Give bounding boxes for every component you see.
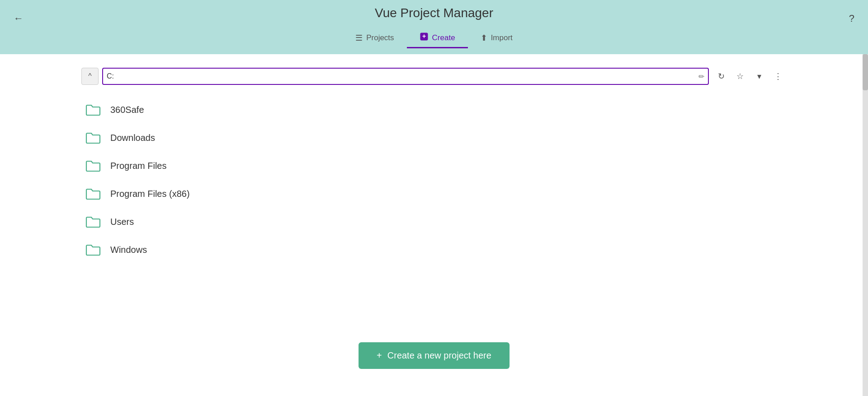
- folder-name: Downloads: [110, 133, 155, 143]
- back-button[interactable]: ←: [14, 13, 24, 24]
- create-button-label: Create a new project here: [387, 350, 491, 361]
- list-item[interactable]: 360Safe: [81, 96, 787, 124]
- path-actions: ↻ ☆ ▾ ⋮: [712, 68, 787, 85]
- folder-icon: [85, 103, 101, 116]
- folder-icon: [85, 131, 101, 144]
- folder-icon: [85, 243, 101, 256]
- tab-import[interactable]: ⬆ Import: [468, 28, 525, 48]
- tab-bar: ☰ Projects + Create ⬆ Import: [343, 28, 525, 48]
- folder-list: 360Safe Downloads Program Files: [81, 96, 787, 264]
- path-input-wrapper: ✏: [102, 68, 709, 85]
- folder-name: Users: [110, 217, 134, 227]
- path-input[interactable]: [107, 72, 698, 80]
- svg-text:+: +: [422, 33, 426, 40]
- plus-icon: +: [377, 350, 382, 361]
- list-item[interactable]: Users: [81, 208, 787, 236]
- chevron-up-icon: ^: [88, 72, 92, 80]
- help-button[interactable]: ?: [849, 13, 854, 24]
- main-content: ^ ✏ ↻ ☆ ▾ ⋮: [0, 54, 868, 396]
- folder-name: Windows: [110, 245, 147, 255]
- folder-name: Program Files (x86): [110, 189, 190, 199]
- path-bar: ^ ✏ ↻ ☆ ▾ ⋮: [81, 68, 787, 85]
- list-item[interactable]: Program Files (x86): [81, 180, 787, 208]
- import-icon: ⬆: [481, 33, 487, 43]
- create-project-button[interactable]: + Create a new project here: [359, 342, 509, 369]
- refresh-icon: ↻: [718, 71, 725, 81]
- star-icon: ☆: [736, 71, 744, 81]
- more-button[interactable]: ⋮: [769, 68, 787, 85]
- refresh-button[interactable]: ↻: [712, 68, 730, 85]
- bookmark-button[interactable]: ☆: [731, 68, 749, 85]
- header: ← Vue Project Manager ? ☰ Projects + Cre…: [0, 0, 868, 54]
- create-icon: +: [420, 32, 429, 43]
- projects-icon: ☰: [355, 33, 363, 43]
- folder-name: 360Safe: [110, 105, 144, 115]
- edit-icon[interactable]: ✏: [698, 72, 704, 81]
- scrollbar-thumb[interactable]: [863, 54, 868, 90]
- more-icon: ⋮: [774, 71, 782, 81]
- dropdown-button[interactable]: ▾: [750, 68, 768, 85]
- tab-projects[interactable]: ☰ Projects: [343, 28, 406, 48]
- folder-icon: [85, 215, 101, 228]
- folder-name: Program Files: [110, 161, 166, 171]
- scrollbar[interactable]: [863, 54, 868, 396]
- chevron-down-icon: ▾: [757, 71, 761, 81]
- folder-icon: [85, 159, 101, 172]
- tab-create-label: Create: [432, 33, 455, 42]
- folder-icon: [85, 187, 101, 200]
- tab-import-label: Import: [491, 33, 513, 42]
- list-item[interactable]: Program Files: [81, 152, 787, 180]
- app-title: Vue Project Manager: [375, 6, 493, 20]
- tab-projects-label: Projects: [366, 33, 394, 42]
- tab-create[interactable]: + Create: [407, 28, 468, 48]
- list-item[interactable]: Downloads: [81, 124, 787, 152]
- path-up-button[interactable]: ^: [81, 68, 99, 85]
- list-item[interactable]: Windows: [81, 236, 787, 264]
